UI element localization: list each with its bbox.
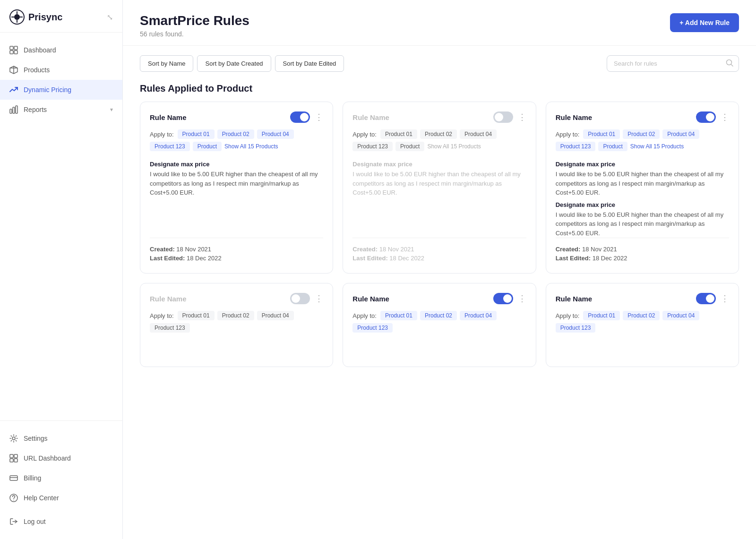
logout-button[interactable]: Log out <box>0 512 122 531</box>
rule-toggle[interactable] <box>290 293 310 304</box>
product-tag[interactable]: Product <box>598 142 627 151</box>
product-tag[interactable]: Product 04 <box>257 311 294 320</box>
svg-point-9 <box>12 437 15 440</box>
product-tag[interactable]: Product 123 <box>556 142 596 151</box>
card-footer: Created: 18 Nov 2021 Last Edited: 18 Dec… <box>556 238 729 264</box>
product-tag[interactable]: Product 04 <box>662 311 699 320</box>
sidebar-item-label: Reports <box>24 106 47 113</box>
product-tag[interactable]: Product 01 <box>583 311 620 320</box>
rule-toggle[interactable] <box>696 111 716 123</box>
svg-point-1 <box>14 14 20 20</box>
card-header: Rule Name ⋮ <box>556 293 729 304</box>
rule-card-2: Rule Name ⋮ Apply to:Product 01Product 0… <box>343 102 536 274</box>
card-header: Rule Name ⋮ <box>352 293 526 304</box>
settings-icon <box>9 434 18 443</box>
product-tag[interactable]: Product 04 <box>460 311 497 320</box>
sidebar-item-settings[interactable]: Settings <box>0 428 122 448</box>
sidebar-item-reports[interactable]: Reports ▾ <box>0 100 122 120</box>
svg-rect-12 <box>10 459 13 462</box>
more-options-icon[interactable]: ⋮ <box>721 113 729 121</box>
rule-section: Designate max price I would like to be 5… <box>556 201 729 238</box>
apply-to-label: Apply to: <box>352 131 377 138</box>
collapse-icon[interactable]: ⤡ <box>107 13 113 22</box>
product-tag[interactable]: Product 02 <box>623 129 660 139</box>
sort-by-name-button[interactable]: Sort by Name <box>140 55 193 72</box>
product-tag[interactable]: Product 01 <box>178 311 215 320</box>
trending-up-icon <box>9 86 18 94</box>
card-header: Rule Name ⋮ <box>556 111 729 123</box>
product-tag[interactable]: Product 04 <box>662 129 699 139</box>
more-options-icon[interactable]: ⋮ <box>721 294 729 303</box>
card-header: Rule Name ⋮ <box>150 293 323 304</box>
sidebar: Prisync ⤡ Dashboard Products Dynamic Pri… <box>0 0 123 539</box>
page-header: SmartPrice Rules 56 rules found. + Add N… <box>123 0 756 46</box>
chevron-down-icon: ▾ <box>110 106 113 113</box>
product-tag[interactable]: Product 02 <box>623 311 660 320</box>
product-tag[interactable]: Product 02 <box>217 129 254 139</box>
more-options-icon[interactable]: ⋮ <box>518 294 526 303</box>
rule-section-text: I would like to be 5.00 EUR higher than … <box>150 170 323 197</box>
rule-toggle[interactable] <box>696 293 716 304</box>
rule-section-title: Designate max price <box>556 161 729 168</box>
rule-toggle[interactable] <box>493 293 513 304</box>
sidebar-item-help-center[interactable]: Help Center <box>0 488 122 508</box>
product-tag[interactable]: Product 04 <box>257 129 294 139</box>
more-options-icon[interactable]: ⋮ <box>315 113 323 121</box>
sidebar-item-billing[interactable]: Billing <box>0 468 122 488</box>
logo-text: Prisync <box>28 12 62 23</box>
product-tag[interactable]: Product 123 <box>352 142 393 151</box>
svg-rect-10 <box>10 454 13 458</box>
product-tag[interactable]: Product 02 <box>217 311 254 320</box>
grid-icon <box>9 454 18 462</box>
sort-by-date-created-button[interactable]: Sort by Date Created <box>197 55 271 72</box>
card-actions: ⋮ <box>290 293 323 304</box>
main-content: SmartPrice Rules 56 rules found. + Add N… <box>123 0 756 539</box>
created-date: Created: 18 Nov 2021 <box>556 246 729 253</box>
show-all-products-link[interactable]: Show All 15 Products <box>224 143 278 150</box>
sidebar-item-dashboard[interactable]: Dashboard <box>0 40 122 60</box>
product-tag[interactable]: Product 123 <box>352 323 393 333</box>
apply-to-label: Apply to: <box>352 312 377 319</box>
product-tag[interactable]: Product 01 <box>583 129 620 139</box>
show-all-products-link[interactable]: Show All 15 Products <box>427 143 481 150</box>
product-tag[interactable]: Product 01 <box>380 311 417 320</box>
svg-rect-11 <box>14 454 17 458</box>
sidebar-item-products[interactable]: Products <box>0 60 122 80</box>
rule-section-title: Designate max price <box>352 161 526 168</box>
svg-rect-13 <box>14 459 17 462</box>
rule-card-5: Rule Name ⋮ Apply to:Product 01Product 0… <box>343 283 536 367</box>
rule-section-text: I would like to be 5.00 EUR higher than … <box>352 170 526 197</box>
product-tag[interactable]: Product 123 <box>150 142 190 151</box>
product-tag[interactable]: Product 01 <box>178 129 215 139</box>
sort-by-date-edited-button[interactable]: Sort by Date Edited <box>275 55 344 72</box>
card-footer: Created: 18 Nov 2021 Last Edited: 18 Dec… <box>352 238 526 264</box>
rule-toggle[interactable] <box>290 111 310 123</box>
sidebar-item-dynamic-pricing[interactable]: Dynamic Pricing <box>0 80 122 100</box>
product-tag[interactable]: Product 02 <box>420 129 457 139</box>
rule-section: Designate max price I would like to be 5… <box>352 161 526 197</box>
product-tag[interactable]: Product 02 <box>420 311 457 320</box>
sidebar-item-url-dashboard[interactable]: URL Dashboard <box>0 448 122 468</box>
product-tag[interactable]: Product 01 <box>380 129 417 139</box>
rule-toggle[interactable] <box>493 111 513 123</box>
page-title: SmartPrice Rules <box>140 13 249 28</box>
show-all-products-link[interactable]: Show All 15 Products <box>630 143 684 150</box>
product-tag[interactable]: Product 04 <box>460 129 497 139</box>
apply-to-row: Apply to:Product 01Product 02Product 04P… <box>150 129 323 151</box>
sidebar-item-label: Help Center <box>24 494 59 502</box>
apply-to-label: Apply to: <box>556 131 580 138</box>
product-tag[interactable]: Product <box>395 142 424 151</box>
search-input[interactable] <box>607 55 739 72</box>
product-tag[interactable]: Product 123 <box>556 323 596 333</box>
more-options-icon[interactable]: ⋮ <box>315 294 323 303</box>
rule-section-text: I would like to be 5.00 EUR higher than … <box>556 170 729 197</box>
rule-card-1: Rule Name ⋮ Apply to:Product 01Product 0… <box>140 102 333 274</box>
more-options-icon[interactable]: ⋮ <box>518 113 526 121</box>
product-tag[interactable]: Product <box>193 142 222 151</box>
prisync-logo-icon <box>9 9 25 25</box>
card-rule-name: Rule Name <box>352 295 389 303</box>
card-header: Rule Name ⋮ <box>352 111 526 123</box>
cards-grid: Rule Name ⋮ Apply to:Product 01Product 0… <box>123 102 756 384</box>
add-rule-button[interactable]: + Add New Rule <box>670 13 739 32</box>
product-tag[interactable]: Product 123 <box>150 323 190 333</box>
